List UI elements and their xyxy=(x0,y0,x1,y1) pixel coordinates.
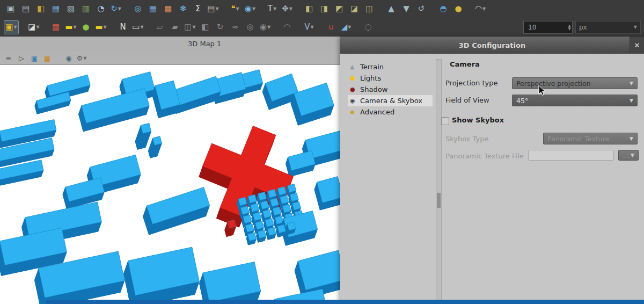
label-icon[interactable]: ▬▼ xyxy=(64,21,78,34)
chevron-down-icon: ▼ xyxy=(311,25,314,30)
zoom-plus-icon-glyph: ◉ xyxy=(245,5,252,13)
show-skybox-checkbox[interactable] xyxy=(441,117,449,125)
open-table-icon[interactable]: ▦ xyxy=(49,3,63,16)
sigma-icon[interactable]: Σ xyxy=(191,3,205,16)
simplify-feature-icon[interactable]: ≈ xyxy=(228,21,242,34)
add-ring-icon-glyph: ◎ xyxy=(246,23,253,31)
highlight-label-icon[interactable]: ▬▼ xyxy=(94,21,108,34)
dock-icon[interactable]: ≡ xyxy=(3,53,14,63)
panoramic-texture-file-input[interactable] xyxy=(528,150,614,161)
eye-icon[interactable]: ◉ xyxy=(63,53,74,63)
spinbox-down-icon[interactable]: ▼ xyxy=(568,27,571,31)
offset-curve-icon[interactable]: ◠ xyxy=(280,21,294,34)
align-left-icon[interactable]: ◧ xyxy=(302,3,316,16)
raster-grid-icon[interactable]: ▩ xyxy=(161,3,175,16)
hatch-lines-icon[interactable]: ▤▼ xyxy=(206,3,220,16)
north-arrow-icon[interactable]: N xyxy=(116,21,130,34)
python-icon[interactable]: ◓ xyxy=(436,3,450,16)
sidebar-item-shadow[interactable]: ●Shadow xyxy=(348,84,433,95)
settings-category-list: ▲Terrain●Lights●Shadow◉Camera & Skybox◆A… xyxy=(348,61,433,118)
style-manager-icon[interactable]: ◧ xyxy=(34,3,48,16)
chevron-down-icon: ▼ xyxy=(104,25,107,30)
field-calculator-icon-glyph: ▧ xyxy=(67,5,75,13)
selection-box-icon[interactable]: ◌ xyxy=(361,21,375,34)
attribute-table-icon[interactable]: ▦ xyxy=(146,3,160,16)
add-ring-icon[interactable]: ◎ xyxy=(243,21,257,34)
nodata-diagonal-icon[interactable]: ◪▼ xyxy=(27,21,41,34)
refresh-icon-glyph: ↻ xyxy=(111,5,118,13)
new-3d-map-icon[interactable]: ▣ xyxy=(4,3,18,16)
arc-tool-icon[interactable]: ◠▼ xyxy=(473,3,487,16)
zoom-to-layer-icon[interactable]: ◎ xyxy=(131,3,145,16)
chevron-down-icon: ▼ xyxy=(630,81,633,86)
paste-style-icon[interactable]: ▱ xyxy=(153,21,167,34)
save-image-icon[interactable]: ▣ xyxy=(29,53,40,63)
export-scene-icon[interactable]: ▦ xyxy=(42,53,53,63)
refresh-icon[interactable]: ↻▼ xyxy=(109,3,123,16)
scalebar-icon-glyph: ▭ xyxy=(132,23,140,31)
sidebar-item-terrain[interactable]: ▲Terrain xyxy=(348,61,433,73)
dialog-titlebar[interactable]: 3D Configuration ✕ xyxy=(340,37,644,54)
field-of-view-label: Field of View xyxy=(445,96,489,104)
zoom-plus-icon[interactable]: ◉▼ xyxy=(243,3,257,16)
raise-layer-icon[interactable]: ▲ xyxy=(384,3,398,16)
chevron-down-icon: ▼ xyxy=(141,25,144,30)
speech-bubble-icon[interactable]: ❝▼ xyxy=(228,3,242,16)
field-of-view-select[interactable]: 45° ▼ xyxy=(512,95,638,106)
settings-wrench-icon-glyph: ⚙ xyxy=(77,54,83,62)
sidebar-item-camera-skybox[interactable]: ◉Camera & Skybox xyxy=(348,95,433,106)
deselect-icon[interactable]: ▦ xyxy=(49,21,63,34)
bottom-taskbar[interactable] xyxy=(46,300,644,304)
play-animation-icon[interactable]: ▷ xyxy=(16,53,27,63)
close-button[interactable]: ✕ xyxy=(630,37,644,54)
chevron-down-icon: ▼ xyxy=(273,6,276,11)
rotate-feature-icon[interactable]: ↻ xyxy=(213,21,227,34)
settings-wrench-icon[interactable]: ⚙▼ xyxy=(76,53,87,63)
move-tool-icon[interactable]: ✥▼ xyxy=(280,3,294,16)
lower-layer-icon[interactable]: ▼ xyxy=(399,3,413,16)
split-features-icon[interactable]: ◫▼ xyxy=(183,21,197,34)
layer-panel-icon[interactable]: ▥ xyxy=(79,3,93,16)
tracing-icon[interactable]: ◢▼ xyxy=(339,21,353,34)
merge-features-icon[interactable]: ◧ xyxy=(198,21,212,34)
scrollbar-thumb[interactable] xyxy=(437,193,441,208)
sidebar-item-lights[interactable]: ●Lights xyxy=(348,73,433,84)
skybox-type-select[interactable]: Panoramic Texture ▼ xyxy=(543,133,638,144)
layout-manager-icon[interactable]: ▤ xyxy=(19,3,33,16)
select-rectangle-icon[interactable]: ▣▼ xyxy=(4,20,19,34)
projection-type-select[interactable]: Perspective projection ▼ xyxy=(512,77,638,89)
browse-file-label: … xyxy=(623,151,630,160)
snowflake-icon[interactable]: ❄ xyxy=(176,3,190,16)
field-calculator-icon[interactable]: ▧ xyxy=(64,3,78,16)
magnet-icon[interactable]: ∪ xyxy=(324,21,338,34)
copy-features-icon[interactable]: ▰ xyxy=(168,21,182,34)
align-right-icon[interactable]: ◨ xyxy=(317,3,331,16)
pin-label-icon[interactable]: ● xyxy=(79,21,93,34)
select-rectangle-icon-glyph: ▣ xyxy=(5,23,13,31)
size-spinbox[interactable]: 10 ▲ ▼ xyxy=(523,21,573,34)
clock-icon[interactable]: ◔ xyxy=(94,3,108,16)
speech-bubble-icon-glyph: ❝ xyxy=(231,5,235,13)
browse-file-button[interactable]: … ▼ xyxy=(618,150,639,161)
bug-icon[interactable]: ● xyxy=(451,3,465,16)
chevron-down-icon: ▼ xyxy=(14,25,17,30)
dialog-scrollbar[interactable] xyxy=(436,59,442,301)
toolbar-row-2-icons: ▣▼◪▼▦▬▼●▬▼N▭▼▱▰◫▼◧↻≈◎◉▼◠V▼∪◢▼◌ xyxy=(3,20,376,34)
rotate-tool-icon[interactable]: ↺ xyxy=(414,3,428,16)
projection-type-value: Perspective projection xyxy=(516,79,591,88)
size-spinbox-steppers[interactable]: ▲ ▼ xyxy=(568,24,571,31)
align-top-icon[interactable]: ◩ xyxy=(332,3,346,16)
fill-ring-icon[interactable]: ◉▼ xyxy=(258,21,272,34)
bug-icon-glyph: ● xyxy=(455,5,462,13)
vertex-tool-icon[interactable]: V▼ xyxy=(302,21,316,34)
scalebar-icon[interactable]: ▭▼ xyxy=(131,21,145,34)
text-tool-icon[interactable]: T▼ xyxy=(265,3,279,16)
layer-panel-icon-glyph: ▥ xyxy=(82,5,90,13)
tracing-icon-glyph: ◢ xyxy=(341,23,348,31)
distribute-icon[interactable]: ◫ xyxy=(362,3,376,16)
chevron-down-icon: ▼ xyxy=(118,6,121,11)
align-bottom-icon[interactable]: ◪ xyxy=(347,3,361,16)
sidebar-item-advanced[interactable]: ◆Advanced xyxy=(348,106,433,118)
hatch-lines-icon-glyph: ▤ xyxy=(207,5,215,13)
unit-select[interactable]: px ▼ xyxy=(575,21,641,34)
